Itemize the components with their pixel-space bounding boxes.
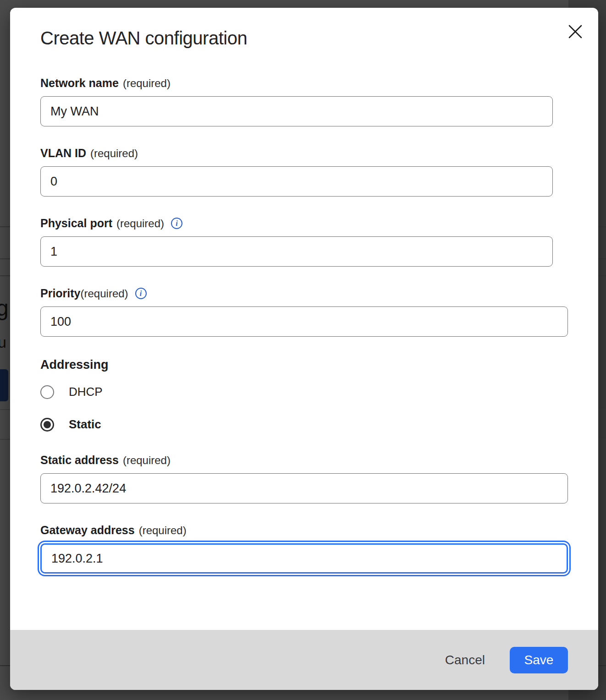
physical-port-input[interactable]	[40, 236, 553, 267]
network-name-label: Network name	[40, 77, 119, 90]
addressing-option-static[interactable]: Static	[40, 417, 568, 432]
gateway-address-input[interactable]	[40, 543, 568, 574]
static-address-field-group: Static address (required)	[40, 454, 568, 503]
required-hint: (required)	[123, 77, 171, 90]
vlan-id-label: VLAN ID	[40, 147, 86, 160]
addressing-heading: Addressing	[40, 358, 568, 372]
vlan-id-input[interactable]	[40, 166, 553, 197]
required-hint: (required)	[90, 147, 138, 160]
physical-port-label: Physical port	[40, 217, 112, 230]
close-button[interactable]	[565, 22, 585, 42]
dialog-body: Create WAN configuration Network name (r…	[10, 8, 598, 574]
required-hint: (required)	[123, 454, 171, 467]
dialog-title: Create WAN configuration	[40, 27, 568, 49]
priority-info-icon[interactable]: i	[135, 288, 147, 299]
physical-port-field-group: Physical port (required) i	[40, 217, 568, 267]
dhcp-radio-button[interactable]	[40, 385, 54, 399]
static-radio-button[interactable]	[40, 418, 54, 432]
required-hint: (required)	[81, 287, 128, 300]
required-hint: (required)	[139, 524, 187, 537]
priority-field-group: Priority (required) i	[40, 287, 568, 337]
dhcp-radio-label: DHCP	[69, 385, 103, 399]
priority-input[interactable]	[40, 306, 568, 337]
static-radio-label: Static	[69, 417, 101, 432]
addressing-option-dhcp[interactable]: DHCP	[40, 385, 568, 399]
cancel-button[interactable]: Cancel	[445, 653, 485, 667]
physical-port-info-icon[interactable]: i	[171, 218, 182, 229]
required-hint: (required)	[116, 217, 164, 230]
priority-label: Priority	[40, 287, 81, 300]
network-name-field-group: Network name (required)	[40, 77, 568, 126]
gateway-address-field-group: Gateway address (required)	[40, 524, 568, 574]
vlan-id-field-group: VLAN ID (required)	[40, 147, 568, 197]
close-icon	[567, 23, 584, 40]
network-name-input[interactable]	[40, 96, 553, 126]
static-address-label: Static address	[40, 454, 119, 467]
save-button[interactable]: Save	[510, 647, 568, 673]
create-wan-configuration-dialog: Create WAN configuration Network name (r…	[10, 8, 598, 690]
addressing-group: Addressing DHCP Static	[40, 358, 568, 432]
static-address-input[interactable]	[40, 473, 568, 503]
gateway-address-label: Gateway address	[40, 524, 135, 537]
dialog-footer: Cancel Save	[10, 630, 598, 690]
